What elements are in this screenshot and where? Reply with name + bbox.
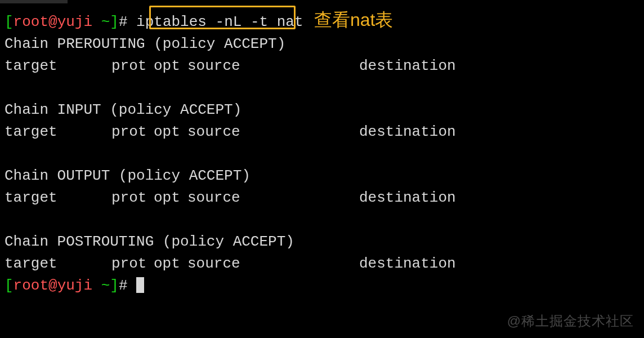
col-prot: prot	[111, 55, 154, 77]
terminal-output[interactable]: [root@yuji ~]# iptables -nL -t nat Chain…	[0, 0, 644, 301]
prompt-user: root	[14, 277, 48, 294]
prompt-bracket-open: [	[5, 14, 14, 30]
column-headers: targetprotoptsourcedestination	[5, 253, 639, 275]
blank-line	[5, 77, 639, 99]
window-tab-edge	[0, 0, 68, 3]
prompt-at: @	[48, 277, 57, 294]
col-opt: opt	[154, 187, 187, 209]
prompt-host: yuji	[57, 277, 92, 294]
blank-line	[5, 209, 639, 231]
prompt-bracket-open: [	[5, 277, 14, 294]
col-source: source	[187, 121, 359, 143]
annotation-label: 查看nat表	[314, 8, 393, 33]
col-source: source	[187, 55, 359, 77]
col-target: target	[5, 187, 111, 209]
column-headers: targetprotoptsourcedestination	[5, 121, 639, 143]
col-destination: destination	[359, 253, 456, 275]
chain-header: Chain POSTROUTING (policy ACCEPT)	[5, 231, 639, 253]
col-target: target	[5, 253, 111, 275]
chain-header: Chain PREROUTING (policy ACCEPT)	[5, 33, 639, 55]
col-target: target	[5, 55, 111, 77]
col-source: source	[187, 253, 359, 275]
col-opt: opt	[154, 55, 187, 77]
command-text: iptables -nL -t nat	[136, 14, 303, 30]
chain-header: Chain INPUT (policy ACCEPT)	[5, 99, 639, 121]
col-destination: destination	[359, 187, 456, 209]
prompt-path: ~	[92, 14, 110, 30]
column-headers: targetprotoptsourcedestination	[5, 187, 639, 209]
col-destination: destination	[359, 121, 456, 143]
col-target: target	[5, 121, 111, 143]
column-headers: targetprotoptsourcedestination	[5, 55, 639, 77]
watermark-text: @稀土掘金技术社区	[507, 312, 634, 330]
col-opt: opt	[154, 121, 187, 143]
col-opt: opt	[154, 253, 187, 275]
col-source: source	[187, 187, 359, 209]
prompt-path: ~	[92, 277, 110, 294]
prompt-bracket-close: ]	[110, 277, 119, 294]
prompt-bracket-close: ]	[110, 14, 119, 30]
col-prot: prot	[111, 253, 154, 275]
prompt-line-2[interactable]: [root@yuji ~]#	[5, 275, 639, 297]
prompt-at: @	[48, 14, 57, 30]
col-destination: destination	[359, 55, 456, 77]
blank-line	[5, 143, 639, 165]
cursor-icon	[136, 277, 144, 293]
prompt-hash: #	[119, 277, 136, 294]
chain-header: Chain OUTPUT (policy ACCEPT)	[5, 165, 639, 187]
prompt-host: yuji	[57, 14, 92, 30]
prompt-user: root	[14, 14, 48, 30]
col-prot: prot	[111, 187, 154, 209]
prompt-hash: #	[119, 14, 136, 30]
col-prot: prot	[111, 121, 154, 143]
